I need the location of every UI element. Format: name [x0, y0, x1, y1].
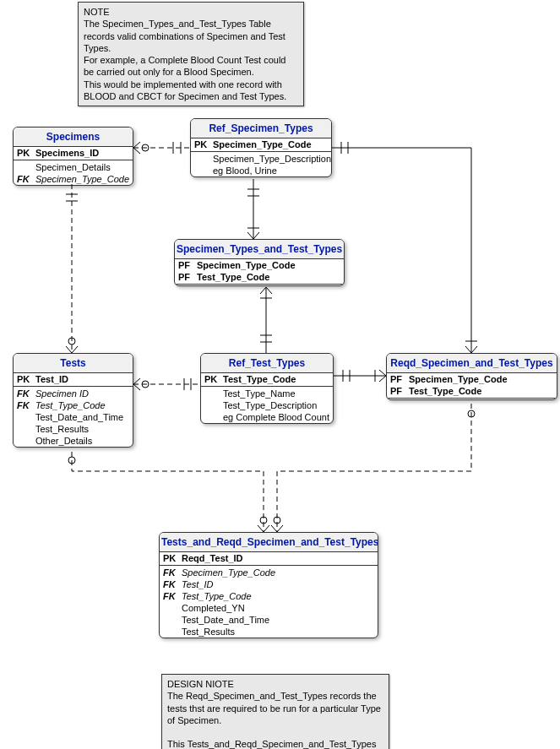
- note-bottom-line1: The Reqd_Specimen_and_Test_Types records…: [167, 690, 383, 726]
- entity-specimen-types-and-test-types: Specimen_Types_and_Test_Types PFSpecimen…: [174, 239, 345, 286]
- note-bottom-title: DESIGN NIOTE: [167, 678, 383, 690]
- note-bottom-line2: This Tests_and_Reqd_Specimen_and_Test_Ty…: [167, 738, 383, 749]
- table-row: PFTest_Type_Code: [175, 271, 344, 283]
- note-top: NOTE The Specimen_Types_and_Test_Types T…: [78, 2, 304, 106]
- table-row: Test_Results: [14, 423, 133, 435]
- table-row: PFSpecimen_Type_Code: [387, 373, 557, 385]
- entity-tests: Tests PKTest_ID FKSpecimen ID FKTest_Typ…: [13, 353, 133, 448]
- note-bottom: DESIGN NIOTE The Reqd_Specimen_and_Test_…: [161, 674, 389, 749]
- table-row: PKTest_Type_Code: [201, 373, 333, 385]
- svg-point-1: [142, 144, 149, 151]
- note-top-line2: For example, a Complete Blood Count Test…: [84, 54, 298, 79]
- table-row: Completed_YN: [160, 602, 378, 614]
- table-row: FKTest_Type_Code: [14, 399, 133, 411]
- entity-title: Specimen_Types_and_Test_Types: [175, 240, 344, 259]
- entity-ref-test-types: Ref_Test_Types PKTest_Type_Code Test_Typ…: [200, 353, 334, 424]
- table-row: PKReqd_Test_ID: [160, 552, 378, 564]
- table-row: FKSpecimen_Type_Code: [14, 173, 133, 185]
- entity-ref-specimen-types: Ref_Specimen_Types PKSpecimen_Type_Code …: [190, 118, 332, 177]
- entity-reqd-specimen-and-test-types: Reqd_Specimen_and_Test_Types PFSpecimen_…: [386, 353, 557, 400]
- table-row: PKSpecimen_Type_Code: [191, 138, 331, 150]
- entity-title: Ref_Specimen_Types: [191, 119, 331, 138]
- table-row: Other_Details: [14, 435, 133, 447]
- entity-title: Tests: [14, 354, 133, 373]
- table-row: PFTest_Type_Code: [387, 385, 557, 397]
- svg-point-17: [142, 381, 149, 388]
- svg-point-7: [68, 338, 75, 345]
- svg-point-30: [274, 517, 280, 524]
- note-top-title: NOTE: [84, 6, 298, 18]
- table-row: Specimen_Type_Description: [191, 153, 331, 165]
- table-row: eg Complete Blood Count: [201, 411, 333, 423]
- svg-point-29: [468, 410, 475, 417]
- note-top-line3: This would be implemented with one recor…: [84, 79, 298, 103]
- table-row: Test_Type_Name: [201, 388, 333, 399]
- table-row: Test_Type_Description: [201, 399, 333, 411]
- table-row: Specimen_Details: [14, 161, 133, 173]
- svg-point-28: [260, 517, 267, 524]
- table-row: FKTest_Type_Code: [160, 590, 378, 602]
- entity-tests-and-reqd-specimen-and-test-types: Tests_and_Reqd_Specimen_and_Test_Types P…: [159, 532, 378, 638]
- entity-title: Reqd_Specimen_and_Test_Types: [387, 354, 557, 373]
- table-row: FKSpecimen_Type_Code: [160, 567, 378, 578]
- note-top-line1: The Specimen_Types_and_Test_Types Table …: [84, 18, 298, 54]
- table-row: Test_Date_and_Time: [160, 614, 378, 626]
- table-row: PKTest_ID: [14, 373, 133, 385]
- table-row: Test_Results: [160, 626, 378, 638]
- table-row: Test_Date_and_Time: [14, 411, 133, 423]
- table-row: eg Blood, Urine: [191, 165, 331, 176]
- entity-specimens: Specimens PKSpecimens_ID Specimen_Detail…: [13, 127, 133, 186]
- table-row: PKSpecimens_ID: [14, 147, 133, 159]
- table-row: PFSpecimen_Type_Code: [175, 259, 344, 271]
- entity-title: Ref_Test_Types: [201, 354, 333, 373]
- svg-point-27: [68, 457, 75, 464]
- entity-title: Tests_and_Reqd_Specimen_and_Test_Types: [160, 533, 378, 552]
- table-row: FKSpecimen ID: [14, 388, 133, 399]
- table-row: FKTest_ID: [160, 578, 378, 590]
- entity-title: Specimens: [14, 128, 133, 147]
